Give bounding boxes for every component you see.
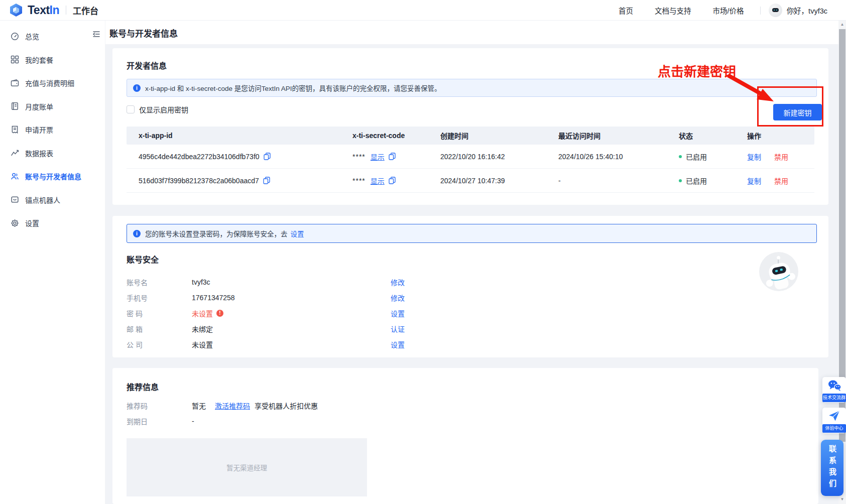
developer-info-title: 开发者信息 [127,59,167,71]
edit-phone-link[interactable]: 修改 [391,293,405,303]
sidebar-item-label: 申请开票 [25,124,53,135]
password-notice-banner: i 您的账号未设置登录密码，为保障账号安全，去 设置 [127,224,817,243]
set-company-link[interactable]: 设置 [391,339,405,349]
gear-icon [11,219,19,227]
copy-icon[interactable] [389,153,396,160]
row-value: 未设置 [192,308,213,318]
filter-row: 仅显示启用密钥 [127,104,188,114]
referral-code-value: 暂无 [192,401,206,411]
sidebar-item-label: 数据报表 [25,148,53,158]
status-dot [679,155,682,158]
scrollbar-down-arrow[interactable]: ▼ [838,497,846,501]
table-header-row: x-ti-app-id x-ti-secret-code 创建时间 最近访问时间… [127,127,814,145]
brand-logo[interactable]: TextIn 工作台 [9,3,98,17]
account-security-card: i 您的账号未设置登录密码，为保障账号安全，去 设置 账号安全 账号名 tvyf… [112,216,828,357]
status-badge: 已启用 [686,176,707,186]
sidebar-item-label: 设置 [25,218,39,228]
sidebar-item-overview[interactable]: 总览 [0,25,105,48]
experience-center-widget[interactable]: 体验中心 [822,408,846,433]
sidebar-item-packages[interactable]: 我的套餐 [0,48,105,72]
textin-logo-icon [9,3,23,17]
col-app-id: x-ti-app-id [139,132,352,140]
expiry-row: 到期日 - [127,415,194,427]
annotation-arrow [713,70,788,116]
copy-icon[interactable] [264,153,271,160]
sidebar-item-monthly-bill[interactable]: 月度账单 [0,95,105,118]
sidebar-item-label: 月度账单 [25,101,53,111]
nav-home[interactable]: 首页 [619,5,633,16]
security-row-company: 公 司 未设置 设置 [127,336,814,352]
wechat-group-widget[interactable]: 技术交流群 [822,377,846,403]
avatar-robot-face [772,8,779,12]
brand-divider [66,6,66,15]
user-greeting[interactable]: 你好，tvyf3c [787,5,827,16]
show-secret-link[interactable]: 显示 [371,176,385,186]
scrollbar-up-arrow[interactable]: ▲ [838,22,846,27]
invoice-icon [11,125,19,134]
sidebar-item-account-developer[interactable]: 账号与开发者信息 [0,165,105,188]
security-rows: 账号名 tvyf3c 修改 手机号 17671347258 修改 密 码 未设置… [127,274,814,352]
nav-divider [760,7,761,15]
col-last-access: 最近访问时间 [558,131,679,141]
sidebar-item-reports[interactable]: 数据报表 [0,142,105,165]
user-avatar[interactable] [769,4,782,17]
referral-info-title: 推荐信息 [127,381,159,393]
secret-mask: **** [352,177,366,185]
set-password-action[interactable]: 设置 [391,308,405,318]
users-icon [11,172,19,181]
sidebar-item-label: 我的套餐 [25,55,53,65]
channel-manager-empty-box: 暂无渠道经理 [127,438,367,496]
last-access-time: 2024/10/26 15:40:10 [558,153,679,161]
sidebar-collapse-button[interactable] [92,30,101,40]
verify-email-link[interactable]: 认证 [391,324,405,334]
page-title: 账号与开发者信息 [109,27,178,39]
info-icon: i [133,84,141,92]
expiry-value: - [192,417,194,425]
enabled-only-checkbox[interactable] [127,105,135,113]
grid-icon [11,55,19,64]
row-value: 未绑定 [192,324,391,334]
password-notice-text: 您的账号未设置登录密码，为保障账号安全，去 [145,228,288,238]
copy-icon[interactable] [263,177,270,184]
copy-key-action[interactable]: 复制 [747,152,761,162]
paper-plane-icon [828,410,840,422]
row-label: 手机号 [127,293,192,303]
sidebar-item-invoice[interactable]: 申请开票 [0,118,105,142]
sidebar-item-settings[interactable]: 设置 [0,211,105,235]
col-actions: 操作 [747,131,802,141]
sidebar-item-label: 账号与开发者信息 [25,171,81,181]
created-time: 2022/10/20 16:16:42 [440,153,558,161]
robot-icon [11,195,19,204]
contact-us-button[interactable]: 联系我们 [821,440,843,496]
app-id-value: 4956c4de442dbea2272b34106dfb73f0 [139,153,260,161]
row-label: 账号名 [127,277,192,287]
wechat-icon [827,380,841,392]
sidebar-item-billing-details[interactable]: 充值与消费明细 [0,71,105,95]
avatar-eye [776,10,777,11]
disable-key-action[interactable]: 禁用 [774,176,788,186]
nav-pricing[interactable]: 市场/价格 [713,5,744,16]
referral-code-row: 推荐码 暂无 激活推荐码 享受机器人折扣优惠 [127,400,318,412]
security-row-email: 邮 箱 未绑定 认证 [127,321,814,336]
activate-referral-link[interactable]: 激活推荐码 [215,401,250,411]
set-password-link[interactable]: 设置 [291,228,304,238]
copy-key-action[interactable]: 复制 [747,176,761,186]
row-value: tvyf3c [192,278,391,286]
bill-icon [11,102,19,110]
app-id-value: 516d03f7f399b8212378c2a06b0aacd7 [139,177,259,185]
enabled-only-label: 仅显示启用密钥 [139,104,188,114]
disable-key-action[interactable]: 禁用 [774,152,788,162]
edit-username-link[interactable]: 修改 [391,277,405,287]
row-label: 公 司 [127,339,192,349]
account-security-title: 账号安全 [127,253,159,265]
top-header: TextIn 工作台 首页 文档与支持 市场/价格 你好，tvyf3c [0,0,846,21]
sidebar-item-anchor-robot[interactable]: 锚点机器人 [0,188,105,212]
copy-icon[interactable] [389,177,396,184]
dashboard-icon [11,32,19,41]
show-secret-link[interactable]: 显示 [371,152,385,162]
security-row-password: 密 码 未设置 ! 设置 [127,305,814,321]
sidebar-item-label: 总览 [25,31,39,41]
nav-docs[interactable]: 文档与支持 [655,5,691,16]
warning-icon: ! [216,310,223,317]
brand-name: TextIn [28,4,59,17]
